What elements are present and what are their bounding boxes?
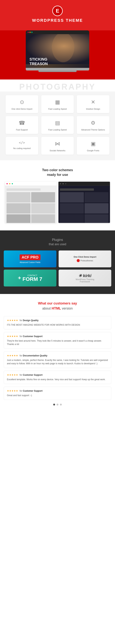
kirki-subtitle: WordPress ThemingFramework: [76, 278, 94, 283]
feature-no-coding: </> No coding required: [5, 137, 38, 155]
fast-support-icon: ☎: [7, 120, 36, 126]
scheme-block: [85, 214, 109, 223]
feature-label: Advanced Theme Options: [81, 128, 105, 131]
feature-label: Fast Support: [16, 128, 28, 131]
feature-label: Socials Networks: [50, 150, 65, 152]
review-category-4: Customer Support: [23, 374, 42, 376]
acf-subtitle: Advanced Custom Fields: [20, 261, 40, 264]
laptop-screen: STICKING TREASON: [26, 30, 89, 68]
review-category-1: Design Quality: [23, 319, 38, 322]
dot-green: [31, 32, 32, 33]
scheme-block: [31, 192, 55, 202]
advanced-theme-icon: ⚙: [79, 120, 108, 126]
feature-label: Google Fonts: [87, 150, 99, 152]
cf7-label: ✈ CONTACT FORM 7: [18, 274, 42, 282]
review-for-2: for Customer Support: [20, 335, 43, 338]
plugins-grid: ACF PRO Advanced Custom Fields One Click…: [4, 250, 111, 286]
html-highlight: HTML: [52, 306, 61, 310]
review-header-3: ★★★★★ for Documentation Quality: [7, 354, 108, 357]
feature-google-fonts: ▣ Google Fonts: [77, 137, 110, 155]
scheme-row: [6, 203, 55, 214]
dot: [9, 183, 10, 184]
review-text-4: Excellent template. Works fine on every …: [7, 378, 108, 381]
no-coding-icon: </>: [7, 140, 36, 144]
dot: [65, 183, 66, 184]
scheme-content-dark: [58, 186, 110, 223]
scheme-dark: [58, 182, 110, 223]
schemes-images: [4, 182, 111, 223]
scheme-row: [60, 192, 109, 202]
feature-label: No coding required: [13, 147, 31, 150]
review-card-5: ★★★★★ for Customer Support Great and fas…: [4, 386, 111, 400]
color-schemes-title: Two color schemes ready for use: [4, 168, 111, 177]
feature-label: One click Demo Import: [11, 108, 32, 110]
photography-text: PHOTOGRAPHY: [0, 80, 115, 92]
feature-label: Intuitive Design: [86, 108, 100, 110]
scheme-block: [6, 192, 30, 202]
feature-fast-support: ☎ Fast Support: [5, 116, 38, 134]
cf7-plane-icon: ✈: [18, 276, 21, 280]
review-text-2: They're the best around here. They took …: [7, 339, 108, 346]
review-category-2: Customer Support: [23, 335, 42, 338]
feature-fast-loading-1: ▦ Fast Loading Speed: [41, 95, 74, 113]
scheme-block: [6, 214, 30, 223]
review-text-1: ITS THE MOST AMAZING WEBSITE FOR HOW WOR…: [7, 323, 108, 326]
laptop-base: [26, 68, 89, 70]
header-section: E WORDPRESS THEME: [0, 0, 115, 30]
page-dot-2[interactable]: [57, 404, 58, 406]
scheme-block: [85, 192, 109, 202]
scheme-block: [31, 203, 55, 214]
feature-label: Fast Loading Speed: [48, 128, 67, 131]
kirki-label: ✳ kirki: [76, 273, 94, 278]
stars-1: ★★★★★: [7, 319, 18, 322]
review-header-2: ★★★★★ for Customer Support: [7, 335, 108, 338]
review-header-1: ★★★★★ for Design Quality: [7, 319, 108, 322]
features-grid: ⊙ One click Demo Import ▦ Fast Loading S…: [5, 95, 110, 155]
one-click-icon: ⊙: [7, 99, 36, 105]
review-for-1: for Design Quality: [20, 319, 38, 322]
scheme-row: [6, 192, 55, 202]
feature-label: Fast Loading Speed: [48, 108, 67, 110]
plugins-title: Plugins: [4, 238, 111, 242]
stars-4: ★★★★★: [7, 374, 18, 376]
review-card-3: ★★★★★ for Documentation Quality Just a m…: [4, 351, 111, 368]
plugins-subtitle: that are used: [4, 242, 111, 246]
scheme-block: [85, 203, 109, 214]
feature-one-click-demo: ⊙ One click Demo Import: [5, 95, 38, 113]
dot: [6, 183, 8, 184]
plugin-kirki: ✳ kirki WordPress ThemingFramework: [59, 270, 111, 286]
page-dot-1[interactable]: [53, 404, 55, 406]
color-schemes-section: Two color schemes ready for use: [0, 160, 115, 230]
intuitive-design-icon: ✕: [79, 99, 108, 105]
laptop-mockup: STICKING TREASON: [26, 30, 89, 72]
ocdi-logo-dot: [77, 259, 80, 262]
scheme-row: [6, 214, 55, 223]
scheme-top-bar-light: [5, 182, 57, 186]
header-title: WORDPRESS THEME: [4, 18, 111, 23]
fast-loading-icon-2: ▤: [43, 120, 72, 126]
hero-section: STICKING TREASON: [0, 30, 115, 80]
fast-loading-icon-1: ▦: [43, 99, 72, 105]
features-section: ⊙ One click Demo Import ▦ Fast Loading S…: [0, 92, 115, 160]
dot: [60, 183, 61, 184]
plugin-cf7: ✈ CONTACT FORM 7: [4, 270, 56, 286]
review-text-3: Just a modern, simple, perfect theme. Ex…: [7, 358, 108, 365]
logo-circle: E: [52, 6, 63, 16]
pagination: [4, 404, 111, 406]
socials-icon: ⋈: [43, 140, 72, 147]
review-card-4: ★★★★★ for Customer Support Excellent tem…: [4, 371, 111, 384]
feature-fast-loading-2: ▤ Fast Loading Speed: [41, 116, 74, 134]
scheme-title: [6, 188, 41, 191]
logo-letter: E: [56, 8, 59, 14]
ocdi-brand: Proteusthemes: [74, 259, 96, 262]
feature-intuitive-design: ✕ Intuitive Design: [77, 95, 110, 113]
review-category-5: Customer Support: [23, 390, 42, 392]
plugin-acf-pro: ACF PRO Advanced Custom Fields: [4, 250, 56, 267]
page-dot-3[interactable]: [60, 404, 62, 406]
testimonials-title: What our customers say: [4, 302, 111, 306]
review-for-5: for Customer Support: [20, 390, 43, 392]
feature-advanced-theme: ⚙ Advanced Theme Options: [77, 116, 110, 134]
acf-content: ACF PRO Advanced Custom Fields: [20, 254, 40, 264]
review-header-5: ★★★★★ for Customer Support: [7, 390, 108, 392]
laptop-stand: [38, 70, 77, 72]
